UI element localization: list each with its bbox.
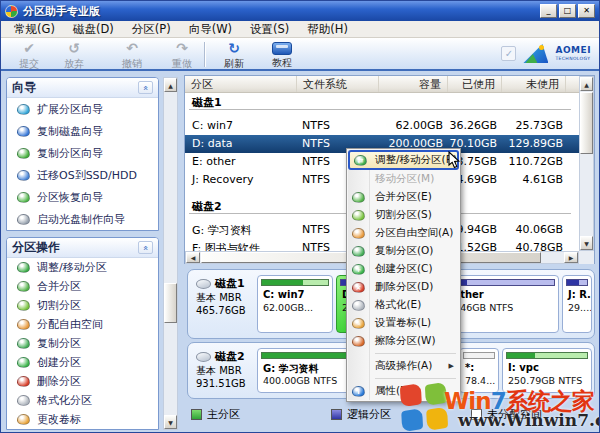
sidebar-item-extend-partition-wizard[interactable]: 扩展分区向导 xyxy=(7,98,158,120)
cell-fs: NTFS xyxy=(302,173,330,186)
context-menu-item-split-partition[interactable]: 切割分区(S) xyxy=(348,206,459,224)
column-header-4[interactable]: 未使用 xyxy=(502,76,566,92)
sidebar-item-label: 调整/移动分区 xyxy=(37,260,107,275)
context-menu-item-move-partition[interactable]: 移动分区(M) xyxy=(348,170,459,188)
partition-block-*[interactable]: *:78.4... xyxy=(459,348,499,393)
column-header-1[interactable]: 文件系统 xyxy=(297,76,379,92)
sidebar-item-label: 更改卷标 xyxy=(37,412,81,427)
context-menu-item-copy-partition[interactable]: 复制分区(O) xyxy=(348,242,459,260)
scroll-down-icon[interactable]: ▼ xyxy=(164,415,177,429)
menu-settings[interactable]: 设置(S) xyxy=(241,21,298,38)
allocate-free-space-icon xyxy=(17,319,30,330)
sidebar-item-bootable-cd-wizard[interactable]: 启动光盘制作向导 xyxy=(7,208,158,230)
context-menu-item-merge-partitions[interactable]: 合并分区(E) xyxy=(348,188,459,206)
scroll-right-icon[interactable]: ▶ xyxy=(564,252,578,263)
scroll-down-icon[interactable]: ▼ xyxy=(580,236,593,250)
context-menu-item-format-partition[interactable]: 格式化(E) xyxy=(348,296,459,314)
context-menu-item-delete-partition[interactable]: ×删除分区(D) xyxy=(348,278,459,296)
format-partition-icon xyxy=(17,395,30,406)
column-header-2[interactable]: 容量 xyxy=(379,76,448,92)
context-menu-item-allocate-free-space[interactable]: 分区自由空间(A) xyxy=(348,224,459,242)
scrollbar-corner xyxy=(579,251,594,264)
sidebar-item-delete-partition[interactable]: 删除分区 xyxy=(7,372,158,391)
maximize-button[interactable]: □ xyxy=(559,4,576,18)
partition-block-i[interactable]: I: vpc250.79GB NTFS xyxy=(502,348,592,393)
brand-subtitle: TECHNOLOGY xyxy=(555,57,591,62)
menu-partition[interactable]: 分区(P) xyxy=(123,21,180,38)
menu-bar: 常规(G)磁盘(D)分区(P)向导(W)设置(S)帮助(H) xyxy=(1,21,599,38)
menu-disk[interactable]: 磁盘(D) xyxy=(64,21,123,38)
ops-panel-header[interactable]: 分区操作 « xyxy=(7,238,158,258)
context-menu-item-advanced-operations[interactable]: 高级操作(A)▶ xyxy=(348,357,459,375)
scroll-up-icon[interactable]: ▲ xyxy=(164,78,177,92)
scroll-left-icon[interactable]: ◀ xyxy=(186,252,200,263)
menu-general[interactable]: 常规(G) xyxy=(5,21,64,38)
partition-row-c[interactable]: C: win7NTFS62.00GB36.26GB25.73GB xyxy=(185,117,579,135)
sidebar-item-copy-partition[interactable]: 复制分区 xyxy=(7,334,158,353)
minimize-button[interactable]: _ xyxy=(540,4,557,18)
context-menu-item-properties[interactable]: i属性(P) xyxy=(348,382,459,400)
menu-item-label: 擦除分区(W) xyxy=(375,334,436,348)
app-icon xyxy=(5,5,18,18)
sidebar-item-copy-disk-wizard[interactable]: 复制磁盘向导 xyxy=(7,120,158,142)
scrollbar-thumb[interactable] xyxy=(164,283,177,323)
hard-disk-icon xyxy=(196,352,211,362)
tutorial-button[interactable]: 教程 xyxy=(255,40,309,70)
sidebar-item-create-partition[interactable]: 创建分区 xyxy=(7,353,158,372)
partition-assistant-window: 分区助手专业版 _ □ ✕ 常规(G)磁盘(D)分区(P)向导(W)设置(S)帮… xyxy=(0,0,600,433)
cell-part: D: data xyxy=(192,137,232,150)
context-menu-item-wipe-partition[interactable]: 擦除分区(W) xyxy=(348,332,459,350)
sidebar-item-merge-partitions[interactable]: 合并分区 xyxy=(7,277,158,296)
partition-block-c[interactable]: C: win762.00GB... xyxy=(257,275,333,333)
legend-label: 未分配空间 xyxy=(487,407,542,422)
copy-partition-icon xyxy=(352,246,365,257)
copy-partition-icon xyxy=(17,338,30,349)
sidebar-item-label: 复制分区向导 xyxy=(37,146,103,161)
cell-part: F: 图书与软件 xyxy=(192,241,260,251)
collapse-chevron-icon[interactable]: « xyxy=(138,241,153,254)
sidebar-item-allocate-free-space[interactable]: 分配自由空间 xyxy=(7,315,158,334)
column-header-0[interactable]: 分区 xyxy=(185,76,297,92)
disk-size: 931.51GB xyxy=(196,377,246,390)
sidebar-item-resize-move-partition[interactable]: 调整/移动分区 xyxy=(7,258,158,277)
menu-wizard[interactable]: 向导(W) xyxy=(180,21,241,38)
context-menu-item-set-label[interactable]: ✎设置卷标(L) xyxy=(348,314,459,332)
undo-icon: ↶ xyxy=(105,40,159,57)
refresh-button[interactable]: ↻刷新 xyxy=(207,40,261,71)
sidebar-item-format-partition[interactable]: 格式化分区 xyxy=(7,391,158,410)
sidebar-item-partition-recovery-wizard[interactable]: 分区恢复向导 xyxy=(7,186,158,208)
wizard-panel-header[interactable]: 向导 « xyxy=(7,78,158,98)
partition-block-j[interactable]: J: R...29.... xyxy=(562,275,592,333)
sidebar-item-migrate-os-to-ssd-hdd[interactable]: 迁移OS到SSD/HDD xyxy=(7,164,158,186)
context-menu-item-resize-move-partition[interactable]: ⇄调整/移动分区(R) xyxy=(348,150,459,170)
sidebar-item-copy-partition-wizard[interactable]: 复制分区向导 xyxy=(7,142,158,164)
scrollbar-thumb[interactable] xyxy=(580,92,593,154)
sidebar-item-change-label[interactable]: 更改卷标 xyxy=(7,410,158,429)
discard-button[interactable]: ↺放弃 xyxy=(47,40,101,71)
partition-ops-panel: 分区操作 « 调整/移动分区合并分区切割分区分配自由空间复制分区创建分区删除分区… xyxy=(6,237,159,430)
menu-help[interactable]: 帮助(H) xyxy=(298,21,357,38)
partition-recovery-wizard-icon xyxy=(17,192,30,203)
close-button[interactable]: ✕ xyxy=(578,4,595,18)
redo-icon: ↷ xyxy=(155,40,209,57)
menu-item-label: 属性(P) xyxy=(375,384,411,398)
table-vscrollbar[interactable]: ▲ ▼ xyxy=(579,76,594,251)
collapse-chevron-icon[interactable]: « xyxy=(138,81,153,94)
window-title: 分区助手专业版 xyxy=(23,4,100,19)
aomei-logo-icon xyxy=(523,44,548,63)
menu-item-label: 删除分区(D) xyxy=(375,280,433,294)
disk-type: 基本 MBR xyxy=(196,291,246,304)
sidebar-scrollbar[interactable]: ▲ ▼ xyxy=(163,77,178,430)
menu-item-label: 高级操作(A) xyxy=(375,359,432,373)
context-menu-item-create-partition[interactable]: +创建分区(C) xyxy=(348,260,459,278)
sidebar-item-split-partition[interactable]: 切割分区 xyxy=(7,296,158,315)
redo-button[interactable]: ↷重做 xyxy=(155,40,209,71)
scroll-up-icon[interactable]: ▲ xyxy=(580,77,593,91)
menu-separator xyxy=(375,353,456,354)
set-label-icon: ✎ xyxy=(352,318,365,329)
disk-type: 基本 MBR xyxy=(196,364,246,377)
column-header-3[interactable]: 已使用 xyxy=(448,76,502,92)
cell-free: 25.73GB xyxy=(515,119,563,132)
undo-button[interactable]: ↶撤销 xyxy=(105,40,159,71)
sidebar-item-label: 切割分区 xyxy=(37,298,81,313)
